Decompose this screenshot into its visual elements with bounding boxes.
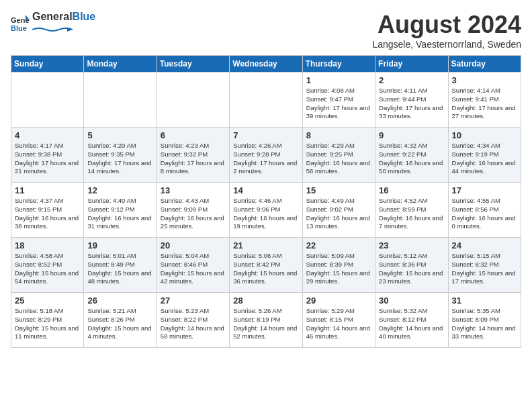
cell-content: Sunrise: 4:29 AM Sunset: 9:25 PM Dayligh… bbox=[306, 142, 371, 176]
calendar-cell: 17Sunrise: 4:55 AM Sunset: 8:56 PM Dayli… bbox=[448, 183, 521, 238]
calendar-cell: 27Sunrise: 5:23 AM Sunset: 8:22 PM Dayli… bbox=[157, 293, 229, 348]
cell-content: Sunrise: 4:11 AM Sunset: 9:44 PM Dayligh… bbox=[379, 87, 444, 121]
calendar-cell bbox=[157, 73, 229, 128]
calendar-cell: 2Sunrise: 4:11 AM Sunset: 9:44 PM Daylig… bbox=[375, 73, 448, 128]
calendar-cell: 5Sunrise: 4:20 AM Sunset: 9:35 PM Daylig… bbox=[84, 128, 157, 183]
cell-content: Sunrise: 5:29 AM Sunset: 8:15 PM Dayligh… bbox=[306, 307, 371, 341]
cell-content: Sunrise: 4:37 AM Sunset: 9:15 PM Dayligh… bbox=[15, 197, 80, 231]
cell-content: Sunrise: 5:06 AM Sunset: 8:42 PM Dayligh… bbox=[233, 252, 298, 286]
calendar-row-3: 18Sunrise: 4:58 AM Sunset: 8:52 PM Dayli… bbox=[11, 238, 521, 293]
cell-content: Sunrise: 5:12 AM Sunset: 8:36 PM Dayligh… bbox=[379, 252, 444, 286]
day-number: 3 bbox=[452, 75, 517, 85]
day-number: 22 bbox=[306, 240, 371, 250]
day-number: 13 bbox=[161, 185, 226, 195]
cell-content: Sunrise: 5:18 AM Sunset: 8:29 PM Dayligh… bbox=[15, 307, 80, 341]
day-number: 28 bbox=[233, 295, 298, 306]
day-number: 29 bbox=[306, 295, 371, 306]
cell-content: Sunrise: 4:49 AM Sunset: 9:02 PM Dayligh… bbox=[306, 197, 371, 231]
day-number: 16 bbox=[379, 185, 444, 195]
calendar-row-1: 4Sunrise: 4:17 AM Sunset: 9:38 PM Daylig… bbox=[11, 128, 521, 183]
calendar-cell bbox=[84, 73, 157, 128]
cell-content: Sunrise: 4:52 AM Sunset: 8:59 PM Dayligh… bbox=[379, 197, 444, 231]
cell-content: Sunrise: 4:17 AM Sunset: 9:38 PM Dayligh… bbox=[15, 142, 80, 176]
calendar-cell: 12Sunrise: 4:40 AM Sunset: 9:12 PM Dayli… bbox=[84, 183, 157, 238]
weekday-header-thursday: Thursday bbox=[302, 56, 375, 73]
calendar-cell bbox=[11, 73, 84, 128]
calendar-cell: 21Sunrise: 5:06 AM Sunset: 8:42 PM Dayli… bbox=[230, 238, 302, 293]
calendar-cell: 28Sunrise: 5:26 AM Sunset: 8:19 PM Dayli… bbox=[230, 293, 302, 348]
logo-blue: Blue bbox=[73, 11, 96, 23]
day-number: 27 bbox=[161, 295, 226, 306]
day-number: 6 bbox=[161, 130, 226, 140]
cell-content: Sunrise: 4:26 AM Sunset: 9:28 PM Dayligh… bbox=[233, 142, 298, 176]
cell-content: Sunrise: 5:09 AM Sunset: 8:39 PM Dayligh… bbox=[306, 252, 371, 286]
cell-content: Sunrise: 4:58 AM Sunset: 8:52 PM Dayligh… bbox=[15, 252, 80, 286]
day-number: 7 bbox=[233, 130, 298, 140]
cell-content: Sunrise: 4:34 AM Sunset: 9:19 PM Dayligh… bbox=[452, 142, 517, 176]
calendar-cell: 22Sunrise: 5:09 AM Sunset: 8:39 PM Dayli… bbox=[302, 238, 375, 293]
day-number: 21 bbox=[233, 240, 298, 250]
calendar-cell: 4Sunrise: 4:17 AM Sunset: 9:38 PM Daylig… bbox=[11, 128, 84, 183]
cell-content: Sunrise: 5:26 AM Sunset: 8:19 PM Dayligh… bbox=[233, 307, 298, 341]
weekday-header-friday: Friday bbox=[375, 56, 448, 73]
calendar-table: SundayMondayTuesdayWednesdayThursdayFrid… bbox=[11, 55, 521, 348]
day-number: 31 bbox=[452, 295, 517, 306]
page-header: General Blue GeneralBlue August 2024 Lan… bbox=[11, 11, 521, 50]
day-number: 26 bbox=[87, 295, 152, 306]
day-number: 17 bbox=[452, 185, 517, 195]
calendar-row-2: 11Sunrise: 4:37 AM Sunset: 9:15 PM Dayli… bbox=[11, 183, 521, 238]
cell-content: Sunrise: 5:32 AM Sunset: 8:12 PM Dayligh… bbox=[379, 307, 444, 341]
day-number: 25 bbox=[15, 295, 80, 306]
day-number: 20 bbox=[161, 240, 226, 250]
cell-content: Sunrise: 4:43 AM Sunset: 9:09 PM Dayligh… bbox=[161, 197, 226, 231]
cell-content: Sunrise: 4:23 AM Sunset: 9:32 PM Dayligh… bbox=[161, 142, 226, 176]
cell-content: Sunrise: 5:04 AM Sunset: 8:46 PM Dayligh… bbox=[161, 252, 226, 286]
calendar-cell: 10Sunrise: 4:34 AM Sunset: 9:19 PM Dayli… bbox=[448, 128, 521, 183]
day-number: 19 bbox=[87, 240, 152, 250]
calendar-cell: 20Sunrise: 5:04 AM Sunset: 8:46 PM Dayli… bbox=[157, 238, 229, 293]
month-year-title: August 2024 bbox=[372, 11, 521, 39]
logo: General Blue GeneralBlue bbox=[11, 11, 95, 35]
calendar-cell: 25Sunrise: 5:18 AM Sunset: 8:29 PM Dayli… bbox=[11, 293, 84, 348]
title-block: August 2024 Langsele, Vaesternorrland, S… bbox=[372, 11, 521, 50]
calendar-row-4: 25Sunrise: 5:18 AM Sunset: 8:29 PM Dayli… bbox=[11, 293, 521, 348]
day-number: 4 bbox=[15, 130, 80, 140]
day-number: 11 bbox=[15, 185, 80, 195]
cell-content: Sunrise: 4:55 AM Sunset: 8:56 PM Dayligh… bbox=[452, 197, 517, 231]
day-number: 1 bbox=[306, 75, 371, 85]
cell-content: Sunrise: 5:23 AM Sunset: 8:22 PM Dayligh… bbox=[161, 307, 226, 341]
calendar-cell: 31Sunrise: 5:35 AM Sunset: 8:09 PM Dayli… bbox=[448, 293, 521, 348]
weekday-header-wednesday: Wednesday bbox=[230, 56, 302, 73]
calendar-cell: 19Sunrise: 5:01 AM Sunset: 8:49 PM Dayli… bbox=[84, 238, 157, 293]
weekday-header-row: SundayMondayTuesdayWednesdayThursdayFrid… bbox=[11, 56, 521, 73]
location-subtitle: Langsele, Vaesternorrland, Sweden bbox=[372, 39, 521, 50]
day-number: 9 bbox=[379, 130, 444, 140]
calendar-cell: 15Sunrise: 4:49 AM Sunset: 9:02 PM Dayli… bbox=[302, 183, 375, 238]
calendar-cell: 1Sunrise: 4:08 AM Sunset: 9:47 PM Daylig… bbox=[302, 73, 375, 128]
weekday-header-tuesday: Tuesday bbox=[157, 56, 229, 73]
calendar-cell: 23Sunrise: 5:12 AM Sunset: 8:36 PM Dayli… bbox=[375, 238, 448, 293]
logo-wave-icon bbox=[32, 27, 73, 32]
cell-content: Sunrise: 4:14 AM Sunset: 9:41 PM Dayligh… bbox=[452, 87, 517, 121]
svg-text:Blue: Blue bbox=[11, 24, 27, 32]
calendar-cell: 30Sunrise: 5:32 AM Sunset: 8:12 PM Dayli… bbox=[375, 293, 448, 348]
calendar-cell: 3Sunrise: 4:14 AM Sunset: 9:41 PM Daylig… bbox=[448, 73, 521, 128]
day-number: 24 bbox=[452, 240, 517, 250]
weekday-header-monday: Monday bbox=[84, 56, 157, 73]
calendar-cell: 9Sunrise: 4:32 AM Sunset: 9:22 PM Daylig… bbox=[375, 128, 448, 183]
day-number: 2 bbox=[379, 75, 444, 85]
calendar-cell: 26Sunrise: 5:21 AM Sunset: 8:26 PM Dayli… bbox=[84, 293, 157, 348]
calendar-cell: 13Sunrise: 4:43 AM Sunset: 9:09 PM Dayli… bbox=[157, 183, 229, 238]
cell-content: Sunrise: 5:01 AM Sunset: 8:49 PM Dayligh… bbox=[87, 252, 152, 286]
cell-content: Sunrise: 4:40 AM Sunset: 9:12 PM Dayligh… bbox=[87, 197, 152, 231]
day-number: 10 bbox=[452, 130, 517, 140]
cell-content: Sunrise: 4:32 AM Sunset: 9:22 PM Dayligh… bbox=[379, 142, 444, 176]
logo-icon: General Blue bbox=[11, 13, 30, 32]
cell-content: Sunrise: 4:46 AM Sunset: 9:06 PM Dayligh… bbox=[233, 197, 298, 231]
calendar-cell: 29Sunrise: 5:29 AM Sunset: 8:15 PM Dayli… bbox=[302, 293, 375, 348]
calendar-cell: 24Sunrise: 5:15 AM Sunset: 8:32 PM Dayli… bbox=[448, 238, 521, 293]
calendar-cell: 14Sunrise: 4:46 AM Sunset: 9:06 PM Dayli… bbox=[230, 183, 302, 238]
day-number: 15 bbox=[306, 185, 371, 195]
day-number: 14 bbox=[233, 185, 298, 195]
calendar-cell: 7Sunrise: 4:26 AM Sunset: 9:28 PM Daylig… bbox=[230, 128, 302, 183]
